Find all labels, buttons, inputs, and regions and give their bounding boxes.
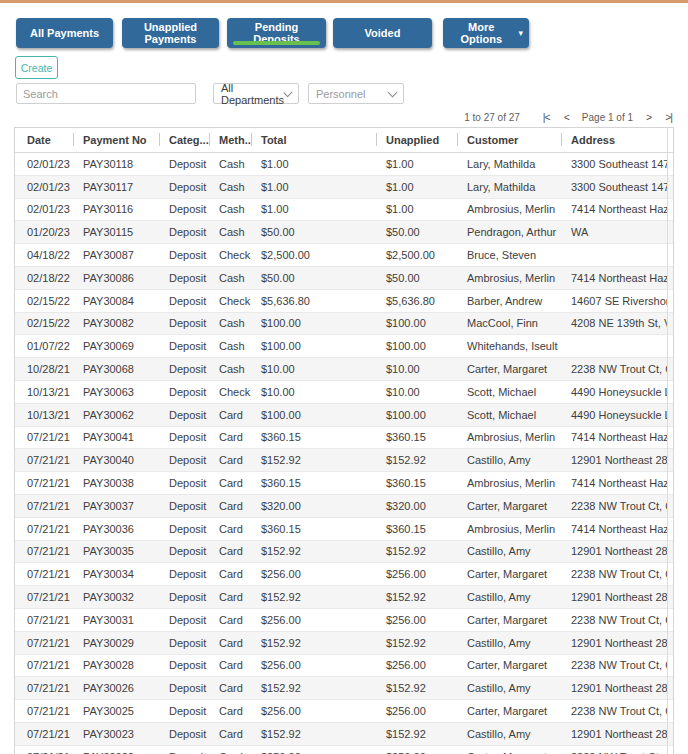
column-header-method[interactable]: Meth... — [209, 128, 251, 152]
table-row[interactable]: 02/01/23PAY30118DepositCash$1.00$1.00Lar… — [15, 153, 673, 176]
column-header-total[interactable]: Total — [251, 128, 376, 152]
table-row[interactable]: 01/20/23PAY30115DepositCash$50.00$50.00P… — [15, 221, 673, 244]
cell-address: 7414 Northeast Hazel... — [561, 272, 668, 284]
table-row[interactable]: 10/28/21PAY30068DepositCash$10.00$10.00C… — [15, 358, 673, 381]
cell-date: 07/21/21 — [15, 614, 73, 626]
cell-unapplied: $100.00 — [376, 409, 457, 421]
cell-total: $256.00 — [251, 568, 376, 580]
tab-voided[interactable]: Voided — [333, 18, 432, 48]
cell-unapplied: $360.15 — [376, 431, 457, 443]
cell-method: Cash — [209, 158, 251, 170]
search-input[interactable] — [16, 83, 196, 104]
personnel-select[interactable]: Personnel — [308, 83, 404, 104]
cell-method: Card — [209, 751, 251, 754]
cell-method: Card — [209, 409, 251, 421]
table-row[interactable]: 07/21/21PAY30023DepositCard$152.92$152.9… — [15, 723, 673, 746]
table-row[interactable]: 07/21/21PAY30040DepositCard$152.92$152.9… — [15, 449, 673, 472]
tab-pending-deposits[interactable]: Pending Deposits — [227, 18, 326, 48]
cell-date: 07/21/21 — [15, 431, 73, 443]
cell-category: Deposit — [159, 203, 209, 215]
cell-total: $152.92 — [251, 682, 376, 694]
cell-customer: Ambrosius, Merlin — [457, 523, 561, 535]
cell-payment-no: PAY30034 — [73, 568, 159, 580]
cell-category: Deposit — [159, 295, 209, 307]
tab-more-options[interactable]: More Options ▾ — [443, 18, 529, 48]
cell-payment-no: PAY30118 — [73, 158, 159, 170]
table-row[interactable]: 04/18/22PAY30087DepositCheck$2,500.00$2,… — [15, 244, 673, 267]
cell-category: Deposit — [159, 728, 209, 740]
next-page-icon[interactable]: > — [639, 111, 658, 123]
table-row[interactable]: 10/13/21PAY30063DepositCheck$10.00$10.00… — [15, 381, 673, 404]
column-header-category[interactable]: Categ... — [159, 128, 209, 152]
cell-address: WA — [561, 226, 668, 238]
cell-customer: Carter, Margaret — [457, 614, 561, 626]
cell-payment-no: PAY30068 — [73, 363, 159, 375]
cell-method: Cash — [209, 340, 251, 352]
column-header-customer[interactable]: Customer — [457, 128, 561, 152]
cell-date: 10/13/21 — [15, 409, 73, 421]
previous-page-icon[interactable]: < — [557, 111, 576, 123]
personnel-select-value: Personnel — [316, 88, 366, 100]
cell-customer: Carter, Margaret — [457, 705, 561, 717]
table-row[interactable]: 07/21/21PAY30029DepositCard$152.92$152.9… — [15, 632, 673, 655]
table-row[interactable]: 07/21/21PAY30036DepositCard$360.15$360.1… — [15, 518, 673, 541]
table-row[interactable]: 02/18/22PAY30086DepositCash$50.00$50.00A… — [15, 267, 673, 290]
table-row[interactable]: 07/21/21PAY30035DepositCard$152.92$152.9… — [15, 541, 673, 564]
grid-header-row: Date Payment No Categ... Meth... Total U… — [15, 128, 673, 153]
cell-payment-no: PAY30023 — [73, 728, 159, 740]
cell-payment-no: PAY30032 — [73, 591, 159, 603]
table-row[interactable]: 07/21/21PAY30038DepositCard$360.15$360.1… — [15, 472, 673, 495]
cell-total: $5,636.80 — [251, 295, 376, 307]
column-header-unapplied[interactable]: Unapplied — [376, 128, 457, 152]
table-row[interactable]: 07/21/21PAY30041DepositCard$360.15$360.1… — [15, 427, 673, 450]
cell-total: $10.00 — [251, 363, 376, 375]
column-header-payment-no[interactable]: Payment No — [73, 128, 159, 152]
last-page-icon[interactable]: >| — [658, 111, 679, 123]
column-header-address[interactable]: Address — [561, 128, 668, 152]
table-row[interactable]: 07/21/21PAY30034DepositCard$256.00$256.0… — [15, 563, 673, 586]
table-row[interactable]: 02/01/23PAY30116DepositCash$1.00$1.00Amb… — [15, 199, 673, 222]
cell-address: 2238 NW Trout Ct, Ca... — [561, 705, 668, 717]
cell-address: 4490 Honeysuckle La... — [561, 409, 668, 421]
cell-payment-no: PAY30062 — [73, 409, 159, 421]
cell-date: 02/15/22 — [15, 295, 73, 307]
cell-address: 12901 Northeast 28th... — [561, 637, 668, 649]
tab-unapplied-payments[interactable]: Unapplied Payments — [122, 18, 219, 48]
table-row[interactable]: 07/21/21PAY30022DepositCard$256.00$256.0… — [15, 746, 673, 754]
table-row[interactable]: 07/21/21PAY30028DepositCard$256.00$256.0… — [15, 655, 673, 678]
cell-unapplied: $152.92 — [376, 545, 457, 557]
table-row[interactable]: 07/21/21PAY30031DepositCard$256.00$256.0… — [15, 609, 673, 632]
tab-label: Unapplied Payments — [128, 21, 213, 45]
table-row[interactable]: 07/21/21PAY30026DepositCard$152.92$152.9… — [15, 677, 673, 700]
cell-method: Card — [209, 523, 251, 535]
cell-total: $256.00 — [251, 751, 376, 754]
cell-date: 07/21/21 — [15, 659, 73, 671]
cell-method: Cash — [209, 317, 251, 329]
cell-address: 12901 Northeast 28th... — [561, 682, 668, 694]
tab-label: All Payments — [30, 27, 99, 39]
table-row[interactable]: 01/07/22PAY30069DepositCash$100.00$100.0… — [15, 335, 673, 358]
cell-date: 02/18/22 — [15, 272, 73, 284]
cell-customer: Castillo, Amy — [457, 728, 561, 740]
table-row[interactable]: 07/21/21PAY30037DepositCard$320.00$320.0… — [15, 495, 673, 518]
cell-total: $152.92 — [251, 545, 376, 557]
table-row[interactable]: 02/15/22PAY30084DepositCheck$5,636.80$5,… — [15, 290, 673, 313]
table-row[interactable]: 10/13/21PAY30062DepositCard$100.00$100.0… — [15, 404, 673, 427]
table-row[interactable]: 02/01/23PAY30117DepositCash$1.00$1.00Lar… — [15, 176, 673, 199]
cell-customer: Carter, Margaret — [457, 500, 561, 512]
create-button[interactable]: Create — [15, 56, 58, 79]
cell-unapplied: $5,636.80 — [376, 295, 457, 307]
cell-unapplied: $152.92 — [376, 728, 457, 740]
payments-grid: Date Payment No Categ... Meth... Total U… — [14, 127, 674, 754]
cell-category: Deposit — [159, 568, 209, 580]
cell-unapplied: $360.15 — [376, 477, 457, 489]
tab-all-payments[interactable]: All Payments — [16, 18, 113, 48]
department-select[interactable]: All Departments — [213, 83, 299, 104]
table-row[interactable]: 07/21/21PAY30025DepositCard$256.00$256.0… — [15, 700, 673, 723]
table-row[interactable]: 07/21/21PAY30032DepositCard$152.92$152.9… — [15, 586, 673, 609]
first-page-icon[interactable]: |< — [536, 111, 557, 123]
table-row[interactable]: 02/15/22PAY30082DepositCash$100.00$100.0… — [15, 313, 673, 336]
cell-total: $100.00 — [251, 340, 376, 352]
column-header-date[interactable]: Date — [15, 128, 73, 152]
cell-address: 7414 Northeast Hazel... — [561, 431, 668, 443]
